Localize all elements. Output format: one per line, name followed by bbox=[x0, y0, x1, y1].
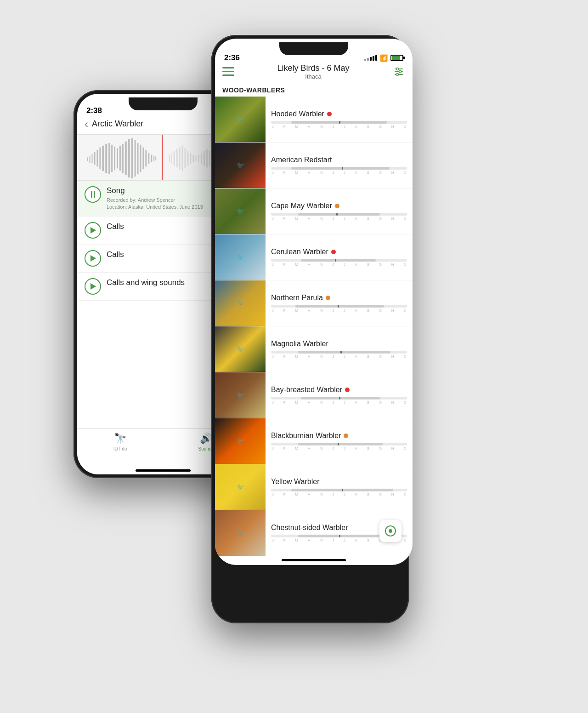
bird-thumbnail: 🐦 bbox=[215, 510, 266, 556]
svg-rect-40 bbox=[206, 149, 208, 167]
timeline-bar: JFMAMJJASOND bbox=[271, 443, 407, 451]
month-labels: JFMAMJJASOND bbox=[271, 446, 407, 451]
month-labels: JFMAMJJASOND bbox=[271, 354, 407, 359]
svg-rect-3 bbox=[94, 152, 96, 165]
bird-name-row: Cape May Warbler bbox=[271, 202, 407, 210]
front-screen-title: Likely Birds - 6 May bbox=[277, 63, 349, 73]
svg-rect-31 bbox=[182, 145, 183, 171]
scene: 2:38 ‹ Arctic Warbler bbox=[64, 35, 524, 679]
bar-track bbox=[271, 121, 407, 124]
svg-rect-39 bbox=[204, 151, 205, 165]
svg-point-58 bbox=[399, 70, 401, 73]
svg-rect-14 bbox=[125, 141, 127, 175]
front-notch bbox=[279, 42, 348, 55]
status-dot-red bbox=[327, 112, 332, 116]
svg-rect-9 bbox=[111, 144, 113, 171]
timeline-bar: JFMAMJJASOND bbox=[271, 397, 407, 405]
bar-peak bbox=[339, 535, 340, 537]
bird-item[interactable]: 🐦 Cerulean Warbler JFMAMJJASOND bbox=[215, 234, 413, 280]
bird-item[interactable]: 🐦 Cape May Warbler JFMAMJJASOND bbox=[215, 188, 413, 234]
svg-rect-19 bbox=[140, 144, 141, 171]
filter-button[interactable] bbox=[392, 65, 405, 78]
bird-item[interactable]: 🐦 Northern Parula JFMAMJJASOND bbox=[215, 280, 413, 326]
back-home-indicator bbox=[136, 469, 191, 472]
month-labels: JFMAMJJASOND bbox=[271, 171, 407, 175]
location-button[interactable] bbox=[379, 520, 401, 542]
bar-track bbox=[271, 305, 407, 308]
svg-rect-2 bbox=[92, 154, 93, 163]
status-dot-red bbox=[345, 388, 350, 392]
back-notch bbox=[129, 97, 198, 110]
front-phone: 2:36 📶 bbox=[211, 35, 409, 623]
wifi-icon: 📶 bbox=[380, 54, 388, 62]
front-screen-content: 2:36 📶 bbox=[215, 39, 413, 565]
bird-info: Cerulean Warbler JFMAMJJASOND bbox=[266, 234, 413, 280]
bird-placeholder: 🐦 bbox=[237, 253, 244, 261]
tab-id-info-label: ID Info bbox=[113, 446, 127, 451]
play-button-calls-wing[interactable] bbox=[85, 278, 101, 295]
front-phone-screen: 2:36 📶 bbox=[215, 39, 413, 565]
tab-id-info[interactable]: 🔭 ID Info bbox=[77, 433, 163, 451]
hamburger-icon bbox=[222, 67, 234, 68]
bird-item[interactable]: 🐦 Yellow Warbler JFMAMJJASOND bbox=[215, 464, 413, 510]
bird-item[interactable]: 🐦 Magnolia Warbler JFMAMJJASOND bbox=[215, 326, 413, 372]
bird-thumb-inner: 🐦 bbox=[215, 510, 266, 556]
hamburger-button[interactable] bbox=[222, 67, 234, 76]
bird-item[interactable]: 🐦 American Redstart JFMAMJJASOND bbox=[215, 143, 413, 188]
bird-item[interactable]: 🐦 Blackburnian Warbler JFMAMJJASOND bbox=[215, 418, 413, 464]
bar-fill bbox=[298, 443, 383, 445]
bird-thumbnail: 🐦 bbox=[215, 464, 266, 510]
bar-peak bbox=[336, 213, 338, 216]
svg-rect-28 bbox=[174, 151, 175, 165]
bird-name: Blackburnian Warbler bbox=[271, 432, 341, 440]
bird-item[interactable]: 🐦 Bay-breasted Warbler JFMAMJJASOND bbox=[215, 372, 413, 418]
bar-peak bbox=[339, 121, 340, 124]
bird-name-row: Yellow Warbler bbox=[271, 478, 407, 486]
svg-rect-1 bbox=[90, 155, 90, 163]
bird-thumb-inner: 🐦 bbox=[215, 326, 266, 372]
svg-rect-11 bbox=[117, 148, 118, 168]
svg-rect-23 bbox=[151, 154, 152, 162]
back-button[interactable]: ‹ bbox=[85, 118, 88, 131]
svg-rect-7 bbox=[105, 143, 107, 172]
play-button-calls1[interactable] bbox=[85, 222, 101, 239]
svg-rect-13 bbox=[122, 143, 124, 172]
svg-rect-20 bbox=[142, 147, 144, 169]
bird-thumb-inner: 🐦 bbox=[215, 464, 266, 510]
svg-rect-17 bbox=[135, 140, 136, 176]
pause-button[interactable] bbox=[85, 186, 101, 203]
play-icon-calls1 bbox=[90, 227, 96, 234]
bird-thumb-inner: 🐦 bbox=[215, 418, 266, 464]
play-icon-calls-wing bbox=[90, 283, 96, 290]
play-button-calls2[interactable] bbox=[85, 250, 101, 267]
timeline-bar: JFMAMJJASOND bbox=[271, 489, 407, 496]
bird-name-row: Blackburnian Warbler bbox=[271, 432, 407, 440]
bird-info: Hooded Warbler JFMAMJJASOND bbox=[266, 97, 413, 142]
svg-rect-26 bbox=[169, 155, 170, 161]
bar-fill bbox=[295, 305, 384, 308]
sound-icon: 🔊 bbox=[200, 433, 212, 445]
bird-thumbnail: 🐦 bbox=[215, 188, 266, 234]
status-dot-orange bbox=[335, 204, 339, 208]
bar-peak bbox=[342, 489, 343, 491]
svg-point-59 bbox=[396, 73, 398, 75]
bird-info: American Redstart JFMAMJJASOND bbox=[266, 143, 413, 188]
svg-rect-41 bbox=[209, 151, 210, 165]
location-dot bbox=[389, 529, 392, 533]
bird-placeholder: 🐦 bbox=[237, 115, 244, 123]
svg-rect-0 bbox=[87, 157, 88, 161]
svg-rect-35 bbox=[192, 154, 194, 162]
svg-rect-29 bbox=[176, 149, 178, 167]
bird-placeholder: 🐦 bbox=[237, 437, 244, 445]
svg-rect-10 bbox=[114, 146, 115, 170]
hamburger-icon bbox=[222, 71, 234, 72]
battery-icon bbox=[390, 55, 403, 61]
bird-item[interactable]: 🐦 Hooded Warbler JFMAMJJASOND bbox=[215, 97, 413, 143]
bar-track bbox=[271, 259, 407, 262]
bar-track bbox=[271, 167, 407, 170]
bar-fill bbox=[298, 213, 380, 216]
timeline-bar: JFMAMJJASOND bbox=[271, 351, 407, 359]
svg-rect-38 bbox=[201, 153, 202, 164]
svg-rect-34 bbox=[190, 153, 191, 164]
location-icon bbox=[385, 525, 396, 536]
